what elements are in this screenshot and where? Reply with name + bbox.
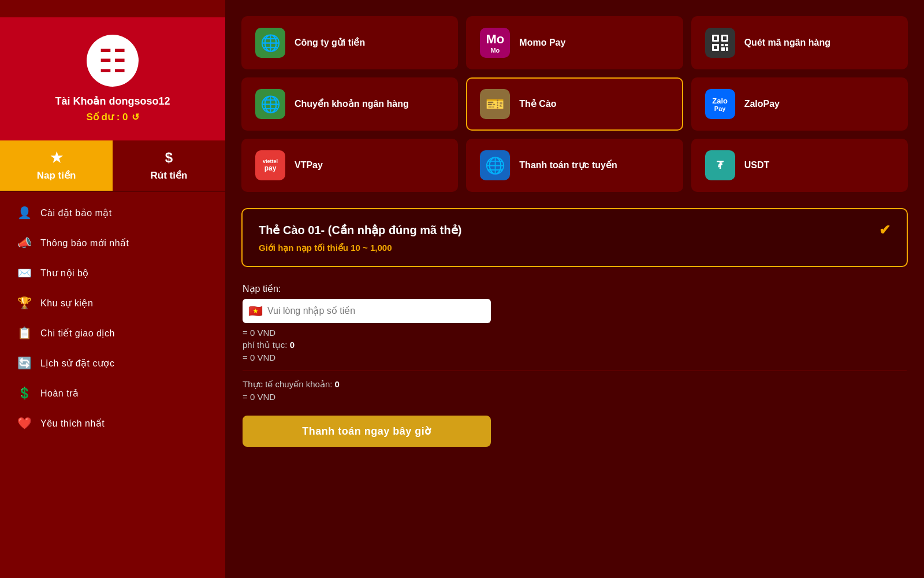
card-limit: Giới hạn nạp tối thiểu 10 ~ 1,000 <box>259 243 891 253</box>
rut-label: Rút tiền <box>151 169 188 181</box>
zalopay-label: ZaloPay <box>744 98 780 110</box>
security-label: Cài đặt bảo mật <box>40 208 112 218</box>
qr-label: Quét mã ngân hàng <box>744 37 830 49</box>
rut-tien-tab[interactable]: $ Rút tiền <box>113 140 225 191</box>
user-icon: ☷ <box>98 42 127 80</box>
fee-vnd: = 0 VND <box>243 353 275 362</box>
chuyen-khoan-label: Chuyển khoản ngân hàng <box>295 98 409 110</box>
sidebar: ☷ Tài Khoản dongsoso12 Số dư : 0 ↺ ★ Nap… <box>0 0 225 578</box>
globe-icon: 🌐 <box>255 28 285 58</box>
card-selection-box: Thẻ Cào 01- (Cần nhập đúng mã thẻ) ✔ Giớ… <box>241 208 908 267</box>
momo-label: Momo Pay <box>519 37 565 49</box>
events-icon: 🏆 <box>17 296 32 310</box>
favorites-label: Yêu thích nhất <box>40 418 105 429</box>
balance-display: Số dư : 0 ↺ <box>86 111 139 123</box>
nap-tien-label: Nạp tiền: <box>243 283 907 294</box>
momo-icon: Mo Mo <box>480 28 510 58</box>
transfer-value: 0 <box>335 379 340 389</box>
events-label: Khu sự kiện <box>40 298 93 309</box>
history-icon: 🔄 <box>17 356 32 370</box>
sidebar-item-events[interactable]: 🏆 Khu sự kiện <box>0 288 225 318</box>
card-title: Thẻ Cào 01- (Cần nhập đúng mã thẻ) <box>259 223 461 237</box>
username-label: Tài Khoản dongsoso12 <box>55 95 170 108</box>
action-tabs: ★ Nap tiền $ Rút tiền <box>0 140 225 192</box>
amount-vnd-row: = 0 VND <box>243 328 907 338</box>
payment-usdt[interactable]: ₮ USDT <box>691 139 908 192</box>
payment-online[interactable]: 🌐 Thanh toán trực tuyến <box>466 139 683 192</box>
fee-vnd-row: = 0 VND <box>243 353 907 362</box>
fee-row: phí thủ tục: 0 <box>243 340 907 350</box>
transactions-label: Chi tiết giao dịch <box>40 328 115 339</box>
payment-vtpay[interactable]: viettel pay VTPay <box>241 139 458 192</box>
payment-the-cao[interactable]: 🎫 Thẻ Cào <box>466 77 683 131</box>
refund-label: Hoàn trả <box>40 388 79 399</box>
usdt-icon: ₮ <box>705 150 735 180</box>
history-label: Lịch sử đặt cược <box>40 358 114 369</box>
svg-rect-5 <box>714 46 717 49</box>
amount-input-wrap: 🇻🇳 <box>243 299 491 323</box>
security-icon: 👤 <box>17 206 32 220</box>
globe2-icon: 🌐 <box>255 89 285 119</box>
favorites-icon: ❤️ <box>17 416 32 430</box>
amount-vnd: = 0 VND <box>243 328 275 338</box>
nap-label: Nap tiền <box>37 169 76 181</box>
vtpay-icon: viettel pay <box>255 150 285 180</box>
svg-rect-8 <box>721 47 725 51</box>
notifications-label: Thông báo mới nhất <box>40 238 129 249</box>
inbox-icon: ✉️ <box>17 266 32 280</box>
limit-prefix: Giới hạn nạp tối thiểu <box>259 243 348 253</box>
limit-max: 1,000 <box>370 243 392 253</box>
refresh-icon[interactable]: ↺ <box>132 112 139 123</box>
limit-sep: ~ <box>363 243 370 253</box>
transfer-row: Thực tế chuyển khoản: 0 <box>243 379 907 390</box>
fee-value: 0 <box>290 340 295 350</box>
transfer-label: Thực tế chuyển khoản: <box>243 379 332 389</box>
flag-icon: 🇻🇳 <box>248 304 263 318</box>
qr-icon <box>705 28 735 58</box>
notifications-icon: 📣 <box>17 236 32 250</box>
sidebar-item-favorites[interactable]: ❤️ Yêu thích nhất <box>0 408 225 438</box>
nap-tien-tab[interactable]: ★ Nap tiền <box>0 140 113 191</box>
cong-ty-label: Công ty gửi tiền <box>295 37 365 49</box>
sidebar-item-notifications[interactable]: 📣 Thông báo mới nhất <box>0 228 225 258</box>
svg-rect-7 <box>725 44 728 46</box>
payment-zalopay[interactable]: Zalo Pay ZaloPay <box>691 77 908 131</box>
inbox-label: Thư nội bộ <box>40 268 89 279</box>
form-section: Nạp tiền: 🇻🇳 = 0 VND phí thủ tục: 0 = 0 … <box>241 283 908 447</box>
payment-qr[interactable]: Quét mã ngân hàng <box>691 16 908 69</box>
card-title-row: Thẻ Cào 01- (Cần nhập đúng mã thẻ) ✔ <box>259 222 891 238</box>
transactions-icon: 📋 <box>17 326 32 340</box>
sidebar-item-refund[interactable]: 💲 Hoàn trả <box>0 378 225 408</box>
svg-rect-6 <box>721 44 724 46</box>
payment-cong-ty[interactable]: 🌐 Công ty gửi tiền <box>241 16 458 69</box>
card-check-icon: ✔ <box>879 222 891 238</box>
svg-rect-3 <box>714 36 717 40</box>
the-cao-label: Thẻ Cào <box>519 98 556 110</box>
sidebar-item-history[interactable]: 🔄 Lịch sử đặt cược <box>0 348 225 378</box>
amount-input[interactable] <box>267 301 485 321</box>
pay-button[interactable]: Thanh toán ngay bây giờ <box>243 416 491 447</box>
payment-method-grid: 🌐 Công ty gửi tiền Mo Mo Momo Pay <box>241 16 908 192</box>
profile-section: ☷ Tài Khoản dongsoso12 Số dư : 0 ↺ <box>0 17 225 140</box>
balance-label: Số dư : 0 <box>86 111 128 123</box>
sidebar-item-transactions[interactable]: 📋 Chi tiết giao dịch <box>0 318 225 348</box>
limit-min: 10 <box>351 243 360 253</box>
nap-icon: ★ <box>50 150 63 166</box>
fee-label: phí thủ tục: <box>243 340 288 350</box>
usdt-label: USDT <box>744 160 770 172</box>
online-label: Thanh toán trực tuyến <box>519 160 617 172</box>
qr-svg <box>711 34 729 52</box>
menu-list: 👤 Cài đặt bảo mật 📣 Thông báo mới nhất ✉… <box>0 192 225 444</box>
transfer-vnd: = 0 VND <box>243 392 275 402</box>
payment-momo[interactable]: Mo Mo Momo Pay <box>466 16 683 69</box>
svg-rect-9 <box>726 47 728 51</box>
zalopay-icon: Zalo Pay <box>705 89 735 119</box>
sidebar-item-inbox[interactable]: ✉️ Thư nội bộ <box>0 258 225 288</box>
avatar: ☷ <box>87 35 139 87</box>
online-icon: 🌐 <box>480 150 510 180</box>
payment-chuyen-khoan[interactable]: 🌐 Chuyển khoản ngân hàng <box>241 77 458 131</box>
refund-icon: 💲 <box>17 386 32 400</box>
svg-rect-4 <box>723 36 726 40</box>
sidebar-item-security[interactable]: 👤 Cài đặt bảo mật <box>0 198 225 228</box>
divider <box>243 370 907 371</box>
